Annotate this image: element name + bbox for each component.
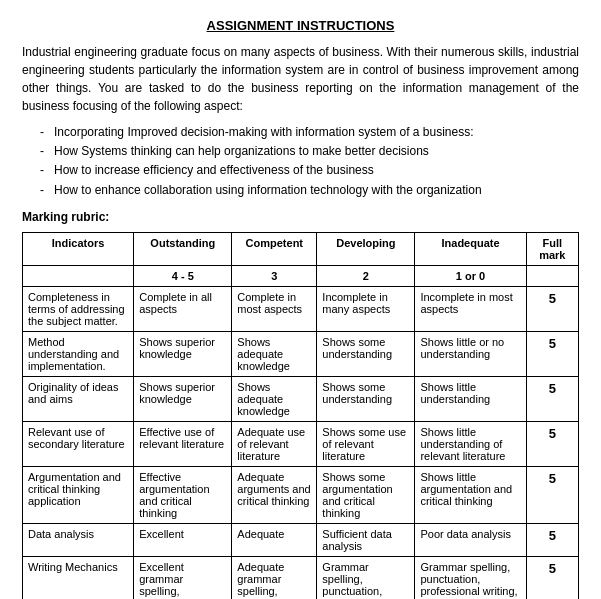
header-indicators: Indicators <box>23 232 134 265</box>
table-row: Relevant use of secondary literatureEffe… <box>23 421 579 466</box>
cell-fullmark-3: 5 <box>526 421 578 466</box>
table-row: Completeness in terms of addressing the … <box>23 286 579 331</box>
cell-inadequate-6: Grammar spelling, punctuation, professio… <box>415 556 526 599</box>
page-title: ASSIGNMENT INSTRUCTIONS <box>22 18 579 33</box>
cell-inadequate-2: Shows little understanding <box>415 376 526 421</box>
cell-outstanding-2: Shows superior knowledge <box>134 376 232 421</box>
cell-outstanding-5: Excellent <box>134 523 232 556</box>
cell-outstanding-6: Excellent grammar spelling, punctuation,… <box>134 556 232 599</box>
cell-outstanding-4: Effective argumentation and critical thi… <box>134 466 232 523</box>
cell-developing-2: Shows some understanding <box>317 376 415 421</box>
cell-outstanding-3: Effective use of relevant literature <box>134 421 232 466</box>
cell-developing-6: Grammar spelling, punctuation, professio… <box>317 556 415 599</box>
cell-inadequate-0: Incomplete in most aspects <box>415 286 526 331</box>
cell-indicator-3: Relevant use of secondary literature <box>23 421 134 466</box>
cell-fullmark-1: 5 <box>526 331 578 376</box>
cell-competent-5: Adequate <box>232 523 317 556</box>
header-outstanding: Outstanding <box>134 232 232 265</box>
cell-inadequate-5: Poor data analysis <box>415 523 526 556</box>
bullet-item-4: How to enhance collaboration using infor… <box>40 181 579 200</box>
cell-competent-4: Adequate arguments and critical thinking <box>232 466 317 523</box>
subheader-developing: 2 <box>317 265 415 286</box>
subheader-inadequate: 1 or 0 <box>415 265 526 286</box>
cell-outstanding-1: Shows superior knowledge <box>134 331 232 376</box>
cell-indicator-2: Originality of ideas and aims <box>23 376 134 421</box>
intro-paragraph: Industrial engineering graduate focus on… <box>22 43 579 115</box>
cell-competent-3: Adequate use of relevant literature <box>232 421 317 466</box>
header-inadequate: Inadequate <box>415 232 526 265</box>
cell-competent-1: Shows adequate knowledge <box>232 331 317 376</box>
cell-inadequate-3: Shows little understanding of relevant l… <box>415 421 526 466</box>
cell-competent-2: Shows adequate knowledge <box>232 376 317 421</box>
cell-developing-5: Sufficient data analysis <box>317 523 415 556</box>
cell-developing-4: Shows some argumentation and critical th… <box>317 466 415 523</box>
table-row: Method understanding and implementation.… <box>23 331 579 376</box>
cell-indicator-0: Completeness in terms of addressing the … <box>23 286 134 331</box>
cell-fullmark-2: 5 <box>526 376 578 421</box>
cell-indicator-6: Writing Mechanics <box>23 556 134 599</box>
cell-fullmark-0: 5 <box>526 286 578 331</box>
cell-developing-0: Incomplete in many aspects <box>317 286 415 331</box>
table-row: Originality of ideas and aimsShows super… <box>23 376 579 421</box>
cell-inadequate-1: Shows little or no understanding <box>415 331 526 376</box>
cell-fullmark-5: 5 <box>526 523 578 556</box>
cell-fullmark-4: 5 <box>526 466 578 523</box>
rubric-table: Indicators Outstanding Competent Develop… <box>22 232 579 599</box>
header-fullmark: Full mark <box>526 232 578 265</box>
marking-label: Marking rubric: <box>22 210 579 224</box>
cell-developing-1: Shows some understanding <box>317 331 415 376</box>
cell-competent-6: Adequate grammar spelling, punctuation, … <box>232 556 317 599</box>
cell-competent-0: Complete in most aspects <box>232 286 317 331</box>
bullet-item-2: How Systems thinking can help organizati… <box>40 142 579 161</box>
bullet-item-1: Incorporating Improved decision-making w… <box>40 123 579 142</box>
subheader-indicators <box>23 265 134 286</box>
cell-outstanding-0: Complete in all aspects <box>134 286 232 331</box>
cell-indicator-4: Argumentation and critical thinking appl… <box>23 466 134 523</box>
cell-inadequate-4: Shows little argumentation and critical … <box>415 466 526 523</box>
cell-developing-3: Shows some use of relevant literature <box>317 421 415 466</box>
header-developing: Developing <box>317 232 415 265</box>
cell-indicator-5: Data analysis <box>23 523 134 556</box>
table-row: Writing MechanicsExcellent grammar spell… <box>23 556 579 599</box>
subheader-fullmark <box>526 265 578 286</box>
cell-fullmark-6: 5 <box>526 556 578 599</box>
bullet-list: Incorporating Improved decision-making w… <box>40 123 579 200</box>
cell-indicator-1: Method understanding and implementation. <box>23 331 134 376</box>
table-row: Argumentation and critical thinking appl… <box>23 466 579 523</box>
subheader-competent: 3 <box>232 265 317 286</box>
bullet-item-3: How to increase efficiency and effective… <box>40 161 579 180</box>
table-row: Data analysisExcellentAdequateSufficient… <box>23 523 579 556</box>
subheader-outstanding: 4 - 5 <box>134 265 232 286</box>
header-competent: Competent <box>232 232 317 265</box>
